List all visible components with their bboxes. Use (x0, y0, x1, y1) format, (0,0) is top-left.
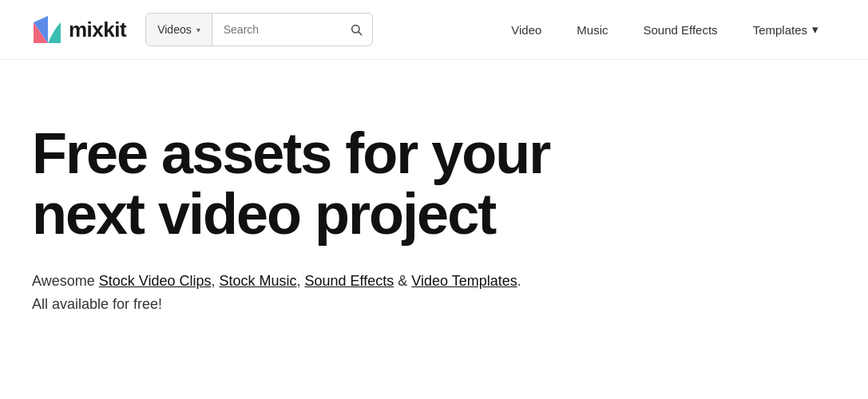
search-button[interactable] (340, 23, 372, 36)
svg-line-4 (359, 32, 362, 35)
nav-link-sound-effects[interactable]: Sound Effects (626, 0, 735, 60)
hero-section: Free assets for your next video project … (0, 60, 719, 348)
logo-text: mixkit (69, 18, 126, 42)
search-bar: Videos ▾ (145, 13, 373, 46)
link-video-templates[interactable]: Video Templates (411, 273, 517, 289)
search-input[interactable] (212, 23, 340, 36)
search-type-label: Videos (157, 23, 192, 36)
nav-link-music[interactable]: Music (559, 0, 625, 60)
nav-link-video[interactable]: Video (493, 0, 559, 60)
logo-link[interactable]: mixkit (32, 14, 126, 45)
search-type-button[interactable]: Videos ▾ (146, 14, 212, 45)
hero-subtitle: Awesome Stock Video Clips, Stock Music, … (32, 270, 687, 316)
hero-title: Free assets for your next video project (32, 124, 687, 244)
logo-icon (32, 14, 62, 45)
navbar: mixkit Videos ▾ Video Music Sound Effect… (0, 0, 868, 60)
templates-chevron-icon: ▾ (812, 22, 818, 37)
nav-links: Video Music Sound Effects Templates ▾ (493, 0, 836, 60)
search-icon (350, 23, 363, 36)
link-stock-music[interactable]: Stock Music (219, 273, 296, 289)
chevron-down-icon: ▾ (196, 26, 200, 34)
link-stock-video-clips[interactable]: Stock Video Clips (99, 273, 212, 289)
nav-link-templates[interactable]: Templates ▾ (735, 0, 836, 60)
link-sound-effects[interactable]: Sound Effects (305, 273, 394, 289)
